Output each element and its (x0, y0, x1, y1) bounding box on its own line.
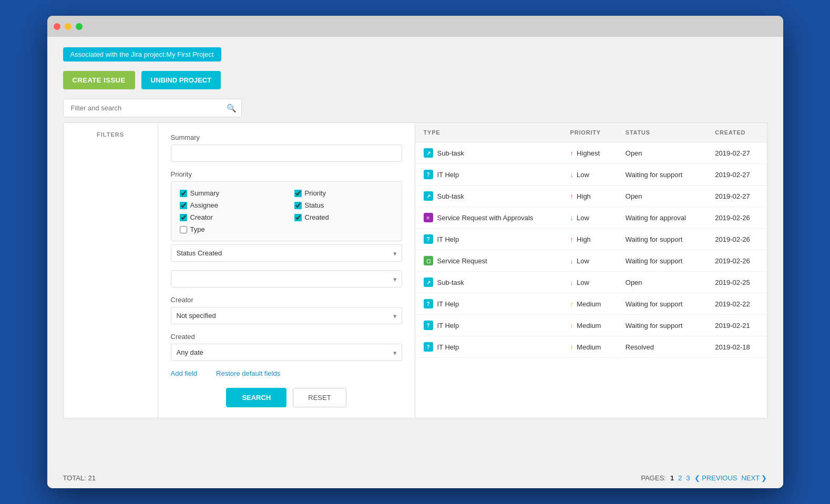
creator-label: Creator (171, 296, 402, 304)
jira-project-badge: Associated with the Jira project:My Firs… (63, 47, 221, 61)
created-cell: 2019-02-25 (706, 272, 766, 293)
close-button[interactable] (54, 23, 60, 30)
type-icon: ◻ (424, 256, 433, 265)
priority-label: Low (577, 214, 589, 222)
priority-cell: ↓ Low (562, 272, 617, 293)
page-1[interactable]: 1 (670, 474, 674, 482)
create-issue-button[interactable]: CREATE ISSUE (63, 71, 135, 89)
pagination: PAGES: 1 2 3 ❮ PREVIOUS NEXT ❯ (641, 474, 767, 482)
footer-bar: TOTAL: 21 PAGES: 1 2 3 ❮ PREVIOUS NEXT ❯ (47, 468, 783, 488)
table-row[interactable]: ↗ Sub-task ↑ High Open 2019-02-27 (415, 186, 767, 207)
table-row[interactable]: ? IT Help ↓ Low Waiting for support 2019… (415, 164, 767, 186)
creator-dropdown-wrapper: Not specified (171, 307, 402, 324)
priority-cell: ↑ Medium (562, 315, 617, 336)
type-cell: ◻ Service Request (415, 250, 562, 272)
creator-dropdown[interactable]: Not specified (171, 307, 402, 324)
unbind-project-button[interactable]: UNBIND PROJECT (141, 71, 221, 89)
pages-label: PAGES: (641, 474, 665, 482)
search-button[interactable]: SEARCH (226, 388, 286, 407)
priority-arrow-medium: ↑ (570, 343, 574, 351)
filter-action-buttons: SEARCH RESET (171, 388, 402, 407)
priority-label: High (577, 235, 591, 243)
table-row[interactable]: ? IT Help ↑ High Waiting for support 201… (415, 229, 767, 250)
created-cell: 2019-02-27 (706, 164, 766, 186)
type-label: Sub-task (437, 149, 464, 157)
assignee-field-group (171, 270, 402, 287)
priority-cell: ↑ Highest (562, 142, 617, 164)
priority-label: Low (577, 171, 589, 179)
titlebar (47, 16, 783, 37)
priority-cell: ↑ Medium (562, 293, 617, 315)
created-dropdown[interactable]: Any date (171, 344, 402, 361)
col-priority-header: PRIORITY (562, 123, 617, 142)
action-bar: CREATE ISSUE UNBIND PROJECT (63, 71, 767, 89)
priority-arrow-medium: ↑ (570, 322, 574, 330)
created-cell: 2019-02-27 (706, 142, 766, 164)
page-3[interactable]: 3 (686, 474, 690, 482)
table-row[interactable]: ↗ Sub-task ↓ Low Open 2019-02-25 (415, 272, 767, 293)
type-icon: ↗ (424, 191, 433, 201)
creator-field-group: Creator Not specified (171, 296, 402, 324)
col-creator-checkbox[interactable]: Creator (180, 213, 279, 221)
priority-cell: ↑ High (562, 229, 617, 250)
restore-fields-link[interactable]: Restore default fields (216, 369, 280, 377)
type-cell: ↗ Sub-task (415, 272, 562, 293)
main-layout: FILTERS Summary Priority Summary (63, 122, 767, 418)
created-cell: 2019-02-21 (706, 315, 766, 336)
type-cell: ? IT Help (415, 315, 562, 336)
priority-arrow-medium: ↑ (570, 300, 574, 308)
created-cell: 2019-02-27 (706, 186, 766, 207)
priority-label: Medium (577, 322, 601, 330)
col-assignee-checkbox[interactable]: Assignee (180, 201, 279, 209)
type-label: Service Request (437, 257, 487, 265)
summary-input[interactable] (171, 145, 402, 162)
reset-button[interactable]: RESET (293, 388, 346, 407)
results-panel: TYPE PRIORITY STATUS CREATED ↗ Sub-task (415, 122, 767, 418)
type-label: IT Help (437, 300, 459, 308)
priority-field-group: Priority Summary Priority Assignee (171, 170, 402, 262)
priority-arrow-up: ↑ (570, 235, 574, 243)
next-page-button[interactable]: NEXT ❯ (741, 474, 767, 482)
columns-selector: Summary Priority Assignee Status (171, 181, 402, 241)
prev-page-button[interactable]: ❮ PREVIOUS (694, 474, 737, 482)
table-row[interactable]: ? IT Help ↑ Medium Waiting for support 2… (415, 293, 767, 315)
priority-cell: ↑ Medium (562, 336, 617, 358)
type-icon: ? (424, 299, 433, 308)
type-cell: ? IT Help (415, 229, 562, 250)
status-cell: Waiting for approval (617, 207, 707, 229)
total-count: TOTAL: 21 (63, 474, 96, 482)
summary-label: Summary (171, 133, 402, 141)
field-actions: Add field Restore default fields (171, 369, 402, 377)
col-priority-checkbox[interactable]: Priority (294, 189, 393, 197)
table-row[interactable]: ≡ Service Request with Approvals ↓ Low W… (415, 207, 767, 229)
col-status-checkbox[interactable]: Status (294, 201, 393, 209)
status-dropdown[interactable]: Status Created (171, 244, 402, 262)
assignee-dropdown-wrapper (171, 270, 402, 287)
type-label: IT Help (437, 343, 459, 351)
table-row[interactable]: ? IT Help ↑ Medium Waiting for support 2… (415, 315, 767, 336)
sidebar-title: FILTERS (69, 131, 152, 138)
table-row[interactable]: ? IT Help ↑ Medium Resolved 2019-02-18 (415, 336, 767, 358)
status-cell: Open (617, 186, 707, 207)
type-label: Sub-task (437, 192, 464, 200)
table-row[interactable]: ◻ Service Request ↓ Low Waiting for supp… (415, 250, 767, 272)
col-summary-checkbox[interactable]: Summary (180, 189, 279, 197)
table-row[interactable]: ↗ Sub-task ↑ Highest Open 2019-02-27 (415, 142, 767, 164)
assignee-dropdown[interactable] (171, 270, 402, 287)
add-field-link[interactable]: Add field (171, 369, 198, 377)
search-input[interactable] (63, 99, 242, 117)
minimize-button[interactable] (65, 23, 71, 30)
status-cell: Waiting for support (617, 164, 707, 186)
maximize-button[interactable] (76, 23, 83, 30)
col-created-checkbox[interactable]: Created (294, 213, 393, 221)
col-type-checkbox[interactable]: Type (180, 225, 279, 233)
priority-label: Highest (577, 149, 600, 157)
priority-label: Priority (171, 170, 402, 178)
priority-cell: ↑ High (562, 186, 617, 207)
created-cell: 2019-02-26 (706, 250, 766, 272)
col-type-header: TYPE (415, 123, 562, 142)
search-bar-wrapper: 🔍 (63, 99, 242, 117)
type-label: IT Help (437, 322, 459, 330)
status-cell: Waiting for support (617, 315, 707, 336)
page-2[interactable]: 2 (678, 474, 682, 482)
